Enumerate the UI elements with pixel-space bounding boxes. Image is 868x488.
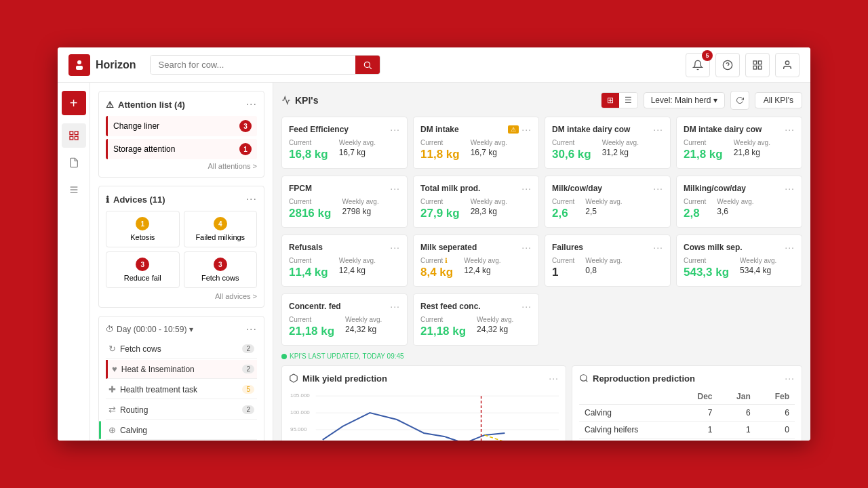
logo-icon — [68, 54, 90, 76]
advices-more[interactable]: ··· — [246, 193, 257, 205]
all-kpi-btn[interactable]: All KPI's — [755, 92, 802, 108]
svg-line-3 — [369, 66, 371, 68]
kpi-more[interactable]: ··· — [785, 183, 795, 194]
svg-rect-12 — [75, 131, 78, 135]
task-calving[interactable]: ⊕ Calving — [106, 421, 257, 440]
task-label: Routing — [120, 405, 148, 415]
help-button[interactable] — [715, 53, 740, 77]
kpi-card-milk-sep: Milk seperated ··· Current ℹ 8,4 kg Week… — [413, 235, 539, 287]
advice-fetch-cows[interactable]: 3 Fetch cows — [184, 251, 258, 288]
view-grid-btn[interactable]: ⊞ — [601, 93, 619, 108]
day-header: ⏱ Day (00:00 - 10:59) ▾ ··· — [106, 323, 257, 336]
header-actions: 5 — [686, 53, 800, 77]
task-count: 5 — [242, 385, 254, 394]
kpi-card-feed-efficiency: Feed Efficiency ··· Current16,8 kg Weekl… — [281, 117, 408, 169]
kpi-header: KPI's ⊞ ☰ Level: Main herd ▾ — [281, 91, 802, 110]
advice-reduce-fail[interactable]: 3 Reduce fail — [106, 251, 180, 288]
task-label: Heat & Insemination — [121, 365, 195, 374]
kpi-card-title: Milk/cow/day — [552, 184, 602, 193]
kpi-card-dm-intake-dairy2: DM intake dairy cow ··· Current21,8 kg W… — [676, 117, 802, 169]
advice-ketosis[interactable]: 1 Ketosis — [106, 211, 180, 247]
attention-item-change-liner[interactable]: Change liner 3 — [106, 116, 257, 136]
svg-text:95.000: 95.000 — [290, 426, 307, 432]
task-heat-insemination[interactable]: ♥ Heat & Insemination 2 — [106, 360, 257, 379]
repro-label: Calving heifers — [579, 422, 678, 439]
attention-title: ⚠ Attention list (4) — [106, 100, 185, 110]
kpi-more[interactable]: ··· — [785, 124, 795, 135]
milk-yield-chart: 105.000 100.000 95.000 90.000 — [289, 389, 559, 441]
kpi-more[interactable]: ··· — [521, 301, 532, 312]
kpi-more[interactable]: ··· — [785, 242, 795, 253]
view-list-btn[interactable]: ☰ — [619, 93, 637, 108]
kpi-more[interactable]: ··· — [521, 124, 532, 135]
kpi-card-title: Rest feed conc. — [420, 302, 481, 311]
kpi-more[interactable]: ··· — [390, 183, 400, 194]
attention-label: Storage attention — [113, 144, 175, 154]
task-label: Fetch cows — [120, 344, 161, 354]
chart-more[interactable]: ··· — [549, 373, 559, 384]
kpi-card-title: DM intake dairy cow — [552, 125, 630, 134]
task-health-treatment[interactable]: ✚ Health treatment task 5 — [106, 380, 257, 399]
day-more[interactable]: ··· — [246, 323, 257, 336]
alert-icon: ℹ — [445, 257, 448, 264]
repro-dec: 1 — [678, 422, 717, 439]
task-fetch-cows[interactable]: ↻ Fetch cows 2 — [106, 340, 257, 359]
repro-feb: 6 — [756, 405, 795, 422]
kpi-grid-row2: FPCM ··· Current2816 kg Weekly avg.2798 … — [281, 176, 802, 228]
task-routing[interactable]: ⇄ Routing 2 — [106, 401, 257, 420]
repro-more[interactable]: ··· — [785, 373, 795, 384]
kpi-more[interactable]: ··· — [390, 124, 400, 135]
add-button[interactable]: + — [62, 91, 86, 115]
repro-label: Lactation — [579, 439, 678, 441]
attention-item-storage[interactable]: Storage attention 1 — [106, 139, 257, 159]
kpi-card-title: Feed Efficiency — [289, 125, 349, 134]
app-window: Horizon 5 — [58, 47, 810, 441]
repro-row-calving: Calving 7 6 6 — [579, 405, 795, 422]
kpi-card-refusals: Refusals ··· Current11,4 kg Weekly avg.1… — [281, 235, 408, 287]
kpi-card-title: Cows milk sep. — [684, 243, 743, 252]
repro-table: Dec Jan Feb Calving 7 6 6 — [579, 389, 795, 441]
svg-text:100.000: 100.000 — [290, 409, 310, 415]
kpi-more[interactable]: ··· — [653, 183, 663, 194]
level-select[interactable]: Level: Main herd ▾ — [644, 92, 725, 108]
kpi-card-title: Milk seperated — [420, 243, 477, 252]
all-advices-link[interactable]: All advices > — [106, 292, 257, 300]
search-button[interactable] — [355, 56, 380, 74]
advice-label: Failed milkings — [190, 233, 252, 241]
advices-header: ℹ Advices (11) ··· — [106, 193, 257, 205]
search-input[interactable] — [151, 56, 355, 74]
kpi-card-cows-milk-sep: Cows milk sep. ··· Current543,3 kg Weekl… — [676, 235, 802, 287]
all-attentions-link[interactable]: All attentions > — [106, 162, 257, 170]
repro-feb: 103 — [756, 439, 795, 441]
kpi-more[interactable]: ··· — [521, 242, 532, 253]
kpi-updated: KPI'S LAST UPDATED, TODAY 09:45 — [281, 352, 802, 360]
refresh-btn[interactable] — [730, 91, 749, 110]
kpi-more[interactable]: ··· — [521, 183, 532, 194]
kpi-more[interactable]: ··· — [390, 301, 400, 312]
svg-rect-6 — [753, 61, 757, 64]
apps-button[interactable] — [745, 53, 770, 77]
nav-dashboard[interactable] — [62, 123, 86, 148]
kpi-card-total-milk: Total milk prod. ··· Current27,9 kg Week… — [413, 176, 539, 228]
advice-label: Fetch cows — [190, 274, 252, 282]
notifications-button[interactable]: 5 — [686, 53, 710, 77]
kpi-more[interactable]: ··· — [390, 242, 400, 253]
svg-rect-11 — [70, 131, 73, 135]
attention-more[interactable]: ··· — [246, 98, 257, 110]
repro-row-calving-heifers: Calving heifers 1 1 0 — [579, 422, 795, 439]
kpi-more[interactable]: ··· — [653, 124, 663, 135]
repro-jan: 6 — [718, 405, 756, 422]
advice-label: Ketosis — [112, 233, 174, 241]
kpi-more[interactable]: ··· — [653, 242, 663, 253]
day-dropdown-icon[interactable]: ▾ — [189, 325, 193, 334]
logo-area: Horizon — [68, 54, 136, 76]
nav-settings[interactable] — [62, 178, 86, 202]
kpi-card-title: FPCM — [289, 184, 312, 193]
user-button[interactable] — [775, 53, 800, 77]
advice-failed-milkings[interactable]: 4 Failed milkings — [184, 211, 258, 247]
repro-header: Reproduction prediction ··· — [579, 373, 795, 384]
nav-reports[interactable] — [62, 150, 86, 175]
task-icon: ↻ — [108, 344, 116, 354]
kpi-card-title: DM intake dairy cow — [684, 125, 762, 134]
attention-icon: ⚠ — [106, 100, 114, 110]
